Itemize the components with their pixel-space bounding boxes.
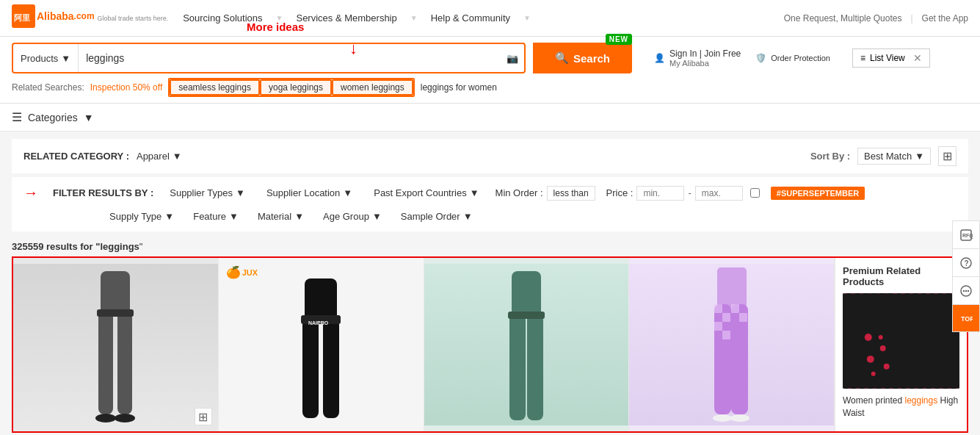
supplier-types-label: Supplier Types [170,187,233,198]
svg-rect-17 [717,267,747,308]
sample-order-arrow: ▼ [463,211,473,222]
get-app-link[interactable]: Get the App [922,13,968,24]
price-checkbox[interactable] [750,188,760,198]
product-card-3[interactable] [424,258,630,431]
supplier-location-filter[interactable]: Supplier Location ▼ [261,185,357,201]
filter-arrow-annotation: → [23,184,38,201]
premium-image-svg [843,293,959,389]
one-request-link[interactable]: One Request, Multiple Quotes [784,13,902,24]
min-order-label: Min Order : [496,187,543,198]
close-icon[interactable]: ✕ [913,52,922,64]
order-protection[interactable]: 🛡️ Order Protection [755,53,830,63]
order-protection-label: Order Protection [771,54,830,62]
categories-label: Categories [28,112,78,123]
results-number: 325559 [12,241,43,252]
categories-arrow-icon: ▼ [84,112,94,123]
search-input[interactable] [79,46,501,70]
premium-product-image[interactable] [843,293,959,389]
sourcing-solutions-nav[interactable]: Sourcing Solutions [183,12,262,24]
age-group-label: Age Group [323,211,369,222]
product-card-1[interactable]: ⊞ [13,258,219,431]
product-card-2[interactable]: 🍊 JUX NAIPRO [219,258,424,431]
sort-bar: Sort By : Best Match ▼ ⊞ [810,146,957,166]
product-image-2: NAIPRO [291,271,350,425]
svg-rect-21 [722,313,730,322]
past-export-filter[interactable]: Past Export Countries ▼ [369,185,484,201]
hamburger-icon: ☰ [12,110,22,124]
services-membership-nav[interactable]: Services & Membership [296,12,396,24]
premium-description: Women printed leggings High Waist [843,395,959,420]
search-button-wrapper: NEW 🔍 Search [533,43,632,73]
grid-view-button[interactable]: ⊞ [938,146,957,166]
supply-type-label: Supply Type [109,211,161,222]
new-badge: NEW [606,34,632,45]
categories-button[interactable]: ☰ Categories ▼ [12,110,94,124]
min-order-value: less than [547,186,595,201]
my-alibaba-link[interactable]: My Alibaba [669,59,741,68]
apparel-category-link[interactable]: Apparel ▼ [137,151,182,162]
sort-arrow-icon: ▼ [915,151,924,162]
sign-in-area[interactable]: 👤 Sign In | Join Free My Alibaba [654,48,741,68]
svg-point-35 [884,364,890,370]
logo-tagline: Global trade starts here. [98,15,169,22]
filter-label: FILTER RESULTS BY : [53,187,153,198]
help-community-nav[interactable]: Help & Community [431,12,510,24]
search-box: Products ▼ 📷 [12,43,526,73]
results-text: results for " [46,241,100,252]
list-view-icon: ≡ [860,53,865,63]
svg-text:RFQ: RFQ [962,233,973,239]
sample-order-filter[interactable]: Sample Order ▼ [396,209,478,224]
product-image-4 [703,267,761,425]
sort-dropdown[interactable]: Best Match ▼ [857,148,931,165]
svg-rect-23 [722,331,730,339]
feature-filter[interactable]: Feature ▼ [188,209,244,224]
price-max-input[interactable] [695,186,743,201]
supplier-location-label: Supplier Location [266,187,340,198]
top-right-actions: One Request, Multiple Quotes | Get the A… [784,13,968,24]
sign-in-link[interactable]: Sign In | Join Free [669,48,741,59]
results-query: leggings [100,241,139,252]
list-view-toggle[interactable]: ≡ List View ✕ [852,48,930,68]
price-min-input[interactable] [636,186,684,201]
highlighted-tags-group: seamless leggings yoga leggings women le… [168,78,415,97]
rfq-button[interactable]: RFQ [952,220,980,248]
material-filter[interactable]: Material ▼ [253,209,309,224]
chat-button[interactable] [952,276,980,304]
alibaba-logo[interactable]: 阿里 Alibaba.com [12,4,95,32]
price-filter-group: Price : - [606,186,760,201]
material-arrow: ▼ [294,211,304,222]
chat-icon [959,284,973,298]
help-icon: ? [959,256,973,270]
rfq-icon: RFQ [959,229,973,242]
right-sidebar: RFQ ? TOP [952,220,980,332]
filter-row-1: → FILTER RESULTS BY : Supplier Types ▼ S… [23,184,957,201]
search-button[interactable]: 🔍 Search [533,43,632,73]
svg-point-43 [963,290,965,291]
related-tag-1[interactable]: yoga leggings [260,79,332,96]
camera-search-button[interactable]: 📷 [501,53,524,64]
age-group-arrow: ▼ [372,211,382,222]
svg-rect-25 [739,313,747,322]
svg-point-33 [880,345,886,351]
category-value: Apparel [137,151,170,162]
promo-link[interactable]: Inspection 50% off [90,82,163,93]
svg-rect-29 [865,293,894,334]
supply-type-filter[interactable]: Supply Type ▼ [104,209,179,224]
brand-logo: 🍊 JUX [226,265,258,279]
supplier-types-filter[interactable]: Supplier Types ▼ [164,185,250,201]
product-card-4[interactable] [629,258,835,431]
help-button[interactable]: ? [952,248,980,276]
related-tag-2[interactable]: women leggings [332,79,413,96]
related-searches: Related Searches: Inspection 50% off sea… [12,73,968,103]
category-label: Products [21,53,58,64]
back-to-top-button[interactable]: TOP [952,304,980,332]
category-dropdown[interactable]: Products ▼ [13,44,79,72]
categories-bar: ☰ Categories ▼ [0,104,980,132]
min-order-group: Min Order : less than [496,186,595,201]
age-group-filter[interactable]: Age Group ▼ [318,209,387,224]
list-view-label: List View [870,53,905,63]
add-to-cart-icon-1[interactable]: ⊞ [195,408,212,425]
super-september-badge[interactable]: #SUPERSEPTEMBER [771,187,865,200]
svg-rect-2 [101,271,130,315]
related-tag-0[interactable]: seamless leggings [170,79,260,96]
